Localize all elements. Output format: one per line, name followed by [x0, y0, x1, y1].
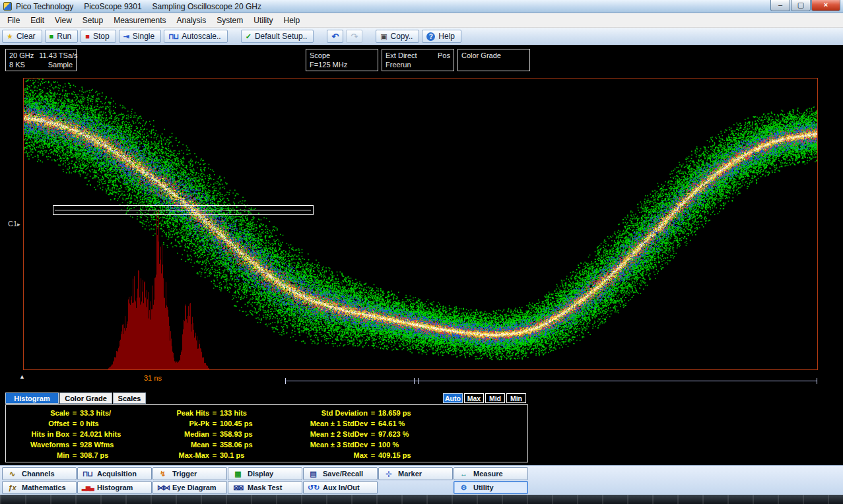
menu-item-measurements[interactable]: Measurements [108, 14, 171, 27]
clear-button[interactable]: ★ Clear [2, 30, 42, 43]
menu-item-system[interactable]: System [211, 14, 248, 27]
stat-value: 33.3 hits/ [80, 409, 158, 417]
acquisition-button[interactable]: ⊓⊔ Acquisition [77, 467, 152, 480]
minimize-button[interactable]: – [770, 0, 790, 11]
acquisition-label: Acquisition [97, 470, 137, 478]
eye-diagram-button[interactable]: ⋈⋈ Eye Diagram [152, 481, 227, 494]
clear-icon: ★ [7, 33, 13, 40]
stat-value: 97.623 % [378, 430, 527, 438]
equals-sign: = [69, 430, 80, 438]
stats-max-button[interactable]: Max [464, 393, 484, 403]
timebase-position-marker-icon[interactable]: ▲ [19, 373, 25, 380]
stat-value: 308.7 ps [80, 451, 158, 459]
menu-item-setup[interactable]: Setup [77, 14, 108, 27]
copy-button[interactable]: ▣ Copy.. [376, 30, 419, 43]
timebase-tick [418, 378, 419, 384]
channel-label[interactable]: C1▸ [8, 220, 20, 228]
display-icon: ▦ [232, 470, 244, 478]
app-icon [3, 2, 12, 11]
tab-histogram[interactable]: Histogram [5, 393, 59, 404]
timebase-info-box[interactable]: Scope F=125 MHz [306, 49, 378, 71]
equals-sign: = [69, 451, 80, 459]
stats-row: Min = 308.7 ps Max-Max = 30.1 ps Max = 4… [6, 450, 527, 460]
autoscale-button[interactable]: ⊓⊔ Autoscale.. [164, 30, 228, 43]
stats-row: Scale = 33.3 hits/ Peak Hits = 133 hits … [6, 408, 527, 418]
timebase-freq-readout: F=125 MHz [310, 60, 347, 69]
title-app-vendor: Pico Technology [16, 2, 73, 11]
scope-display[interactable] [23, 78, 818, 370]
display-button[interactable]: ▦ Display [228, 467, 302, 480]
default-setup-button[interactable]: ✓ Default Setup.. [241, 30, 314, 43]
stats-mid-button[interactable]: Mid [485, 393, 505, 403]
stats-row: Offset = 0 hits Pk-Pk = 100.45 ps Mean ±… [6, 418, 527, 429]
histogram-button[interactable]: ▂▅▃ Histogram [77, 481, 152, 494]
equals-sign: = [69, 409, 80, 417]
trigger-button[interactable]: ↯ Trigger [152, 467, 227, 480]
timebase-tick [414, 378, 415, 384]
menu-item-edit[interactable]: Edit [25, 14, 50, 27]
utility-button[interactable]: ⚙ Utility [454, 481, 528, 494]
undo-icon: ↶ [331, 32, 339, 41]
timebase-tick [285, 378, 286, 384]
save-recall-button[interactable]: ▤ Save/Recall [303, 467, 378, 480]
run-button[interactable]: ■ Run [45, 30, 79, 43]
stat-label: Scale [6, 409, 69, 417]
menu-item-utility[interactable]: Utility [248, 14, 278, 27]
measure-icon: ↔ [458, 470, 469, 478]
trigger-info-box[interactable]: Ext Direct Pos Freerun [382, 49, 454, 71]
single-button[interactable]: ⇥ Single [119, 30, 162, 43]
redo-button[interactable]: ↷ [346, 30, 362, 43]
stats-min-button[interactable]: Min [506, 393, 526, 403]
marker-button[interactable]: ⊹ Marker [378, 467, 453, 480]
aux-in-out-button[interactable]: ↺↻ Aux In/Out [303, 481, 378, 494]
equals-sign: = [368, 451, 378, 459]
measure-label: Measure [473, 470, 503, 478]
stats-auto-button[interactable]: Auto [443, 393, 463, 403]
equals-sign: = [209, 409, 220, 417]
measure-button[interactable]: ↔ Measure [454, 467, 528, 480]
aux-in-out-label: Aux In/Out [323, 484, 360, 491]
help-button[interactable]: ? Help [422, 30, 461, 43]
stat-value: 18.659 ps [378, 409, 527, 417]
run-label: Run [57, 32, 71, 41]
stat-label: Peak Hits [158, 409, 209, 417]
undo-button[interactable]: ↶ [327, 30, 343, 43]
stat-label: Std Deviation [298, 409, 368, 417]
mask-test-button[interactable]: ⊠⊠ Mask Test [228, 481, 302, 494]
menu-item-view[interactable]: View [50, 14, 77, 27]
menu-item-analysis[interactable]: Analysis [172, 14, 212, 27]
redo-icon: ↷ [351, 32, 358, 41]
close-button[interactable]: × [811, 0, 840, 11]
mathematics-button[interactable]: ƒx Mathematics [2, 481, 77, 494]
bottom-toolbar-spacer [378, 481, 453, 494]
menu-item-help[interactable]: Help [279, 14, 306, 27]
timebase-scrollbar[interactable] [285, 381, 817, 381]
equals-sign: = [69, 441, 80, 449]
channels-button[interactable]: ∿ Channels [2, 467, 77, 480]
utility-label: Utility [473, 484, 494, 491]
equals-sign: = [209, 441, 220, 449]
title-bar: Pico Technology PicoScope 9301 Sampling … [0, 0, 843, 13]
tab-color-grade[interactable]: Color Grade [59, 393, 112, 404]
record-length-readout: 8 KS [9, 60, 25, 69]
equals-sign: = [209, 420, 220, 427]
single-icon: ⇥ [123, 33, 129, 40]
stats-row: Waveforms = 928 Wfms Mean = 358.06 ps Me… [6, 439, 527, 450]
single-label: Single [133, 32, 154, 41]
menu-item-file[interactable]: File [2, 14, 25, 27]
stat-label: Offset [6, 420, 69, 427]
tab-scales[interactable]: Scales [113, 393, 146, 404]
title-app-name: PicoScope 9301 [84, 2, 141, 11]
maximize-button[interactable]: ▢ [791, 0, 811, 11]
taskbar-sliver[interactable] [0, 495, 843, 504]
default-setup-icon: ✓ [246, 33, 252, 40]
display-mode-info-box[interactable]: Color Grade [457, 49, 530, 71]
menu-bar: File Edit View Setup Measurements Analys… [0, 13, 843, 28]
stop-button[interactable]: ■ Stop [81, 30, 116, 43]
bottom-toolbar-row-2: ƒx Mathematics ▂▅▃ Histogram ⋈⋈ Eye Diag… [2, 481, 843, 494]
equals-sign: = [69, 420, 80, 427]
acquisition-info-box[interactable]: 20 GHz 11.43 TSa/s 8 KS Sample [5, 49, 77, 71]
stat-label: Median [158, 430, 209, 438]
mask-test-label: Mask Test [248, 484, 282, 491]
window-controls: – ▢ × [770, 0, 843, 13]
